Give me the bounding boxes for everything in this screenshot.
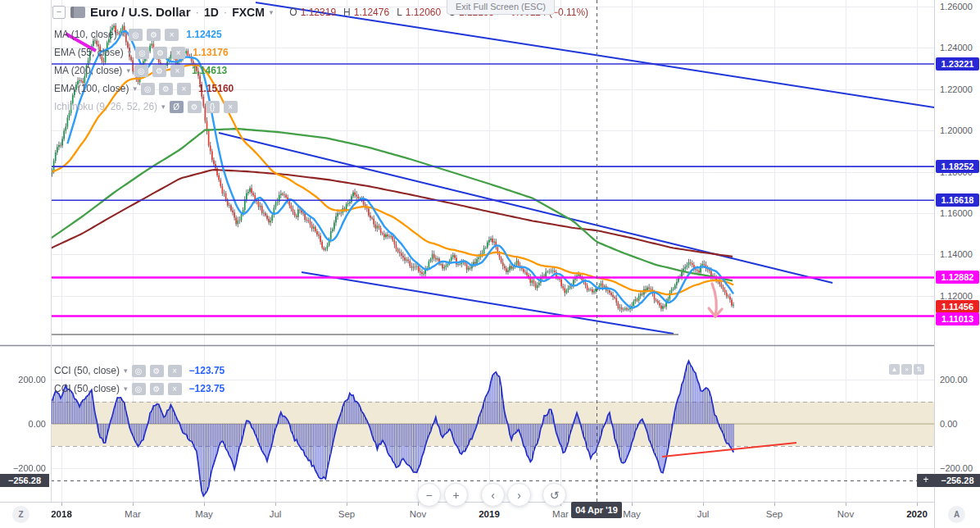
low-value: 1.12060	[406, 7, 441, 18]
close-icon[interactable]: ×	[171, 47, 185, 59]
time-axis-label: 2019	[479, 509, 500, 519]
open-value: 1.12319	[301, 7, 336, 18]
indicator-label[interactable]: Ichimoku (9, 26, 52, 26)	[54, 101, 157, 112]
indicator-label[interactable]: EMA (55, close)	[54, 47, 124, 58]
time-axis-label: 2018	[51, 509, 72, 519]
chevron-down-icon[interactable]: ▾	[124, 385, 128, 393]
symbol-separator: ·	[196, 6, 199, 18]
close-icon[interactable]: ×	[168, 365, 182, 377]
low-label: L	[397, 7, 402, 18]
interval-label[interactable]: 1D	[204, 6, 219, 19]
indicator-value: 1.14613	[192, 65, 227, 76]
chevron-down-icon[interactable]: ▾	[124, 366, 128, 375]
close-icon[interactable]: ×	[224, 101, 238, 113]
high-label: H	[343, 7, 351, 18]
gear-icon[interactable]: ⚙	[147, 29, 161, 41]
time-tick-mark	[846, 503, 846, 506]
chevron-down-icon[interactable]: ▾	[128, 48, 132, 57]
scroll-right-button[interactable]: ›	[507, 483, 531, 507]
cci-tick-right: 0.00	[940, 419, 957, 429]
chevron-down-icon[interactable]: ▾	[126, 66, 130, 75]
indicator-row-ma200: MA (200, close) ▾ ◎ ⚙ × 1.14613	[54, 63, 227, 78]
time-tick-mark	[418, 503, 419, 506]
time-axis-label: Sep	[338, 509, 355, 519]
pane-move-up-button[interactable]: ▲	[889, 364, 900, 375]
price-tick: 1.26000	[940, 2, 973, 11]
gear-icon[interactable]: ⚙	[150, 383, 164, 395]
price-badge: 1.12882	[936, 271, 979, 284]
price-badge: 1.11456	[936, 300, 979, 313]
cci-tick-right: 200.00	[940, 375, 968, 385]
indicator-value: 1.15160	[198, 83, 234, 94]
chevron-down-icon[interactable]: ▾	[270, 8, 274, 16]
eye-off-icon[interactable]: Ø	[170, 101, 184, 113]
indicator-label[interactable]: MA (200, close)	[54, 65, 122, 76]
eye-icon[interactable]: ◎	[132, 383, 146, 395]
indicator-label[interactable]: MA (10, close)	[54, 29, 117, 40]
indicator-label[interactable]: CCI (50, close)	[54, 365, 120, 376]
zoom-out-button[interactable]: −	[417, 483, 441, 507]
time-tick-mark	[703, 503, 704, 506]
indicator-label[interactable]: CCI (50, close)	[54, 383, 120, 394]
eye-icon[interactable]: ◎	[135, 47, 149, 59]
cci-tick-right: −200.00	[940, 463, 973, 473]
add-alert-plus-icon[interactable]: +	[917, 474, 935, 487]
cci-tick-left: −200.00	[0, 463, 46, 473]
eye-icon[interactable]: ◎	[129, 29, 143, 41]
eye-icon[interactable]: ◎	[132, 365, 146, 377]
close-icon[interactable]: ×	[177, 83, 191, 95]
chevron-down-icon[interactable]: ▾	[133, 84, 137, 93]
eye-icon[interactable]: ◎	[134, 65, 148, 77]
chevron-down-icon[interactable]: ▾	[161, 102, 166, 111]
price-badge: 1.16618	[936, 193, 979, 207]
indicator-label[interactable]: EMA (100, close)	[54, 83, 129, 94]
pane-controls: ▲ × ⇅	[889, 364, 924, 375]
indicator-row-ema100: EMA (100, close) ▾ ◎ ⚙ × 1.15160	[54, 81, 234, 96]
chevron-down-icon[interactable]: ▾	[121, 30, 125, 39]
gear-icon[interactable]: ⚙	[152, 65, 166, 77]
exchange-label[interactable]: FXCM	[232, 6, 265, 19]
indicator-row-ma10: MA (10, close) ▾ ◎ ⚙ × 1.12425	[54, 27, 222, 42]
price-badge: 1.23221	[936, 57, 979, 71]
legend-collapse-button[interactable]: −	[52, 6, 66, 19]
scroll-left-button[interactable]: ‹	[481, 483, 505, 507]
symbol-title[interactable]: Euro / U.S. Dollar	[90, 5, 191, 19]
cci-crosshair-value-left: −256.28	[0, 474, 49, 487]
pane-maximize-button[interactable]: ⇅	[914, 364, 924, 375]
indicator-value: 1.12425	[186, 29, 221, 40]
time-tick-mark	[774, 503, 775, 506]
crosshair-date-badge: 04 Apr '19	[571, 502, 622, 518]
exit-fullscreen-tooltip: Exit Full Screen (ESC)	[447, 0, 555, 15]
price-badge: 1.11013	[936, 312, 979, 325]
time-axis-label: Mar	[552, 509, 569, 519]
timezone-button[interactable]: Z	[12, 506, 29, 523]
close-icon[interactable]: ×	[165, 29, 179, 41]
pane-close-button[interactable]: ×	[901, 364, 912, 375]
gear-icon[interactable]: ⚙	[150, 365, 164, 377]
braces-icon[interactable]: {}	[206, 101, 220, 113]
cci-row-2: CCI (50, close) ▾ ◎ ⚙ × −123.75	[54, 381, 225, 396]
zoom-in-button[interactable]: +	[444, 483, 468, 507]
cci-row-1: CCI (50, close) ▾ ◎ ⚙ × −123.75	[54, 363, 225, 378]
price-axis[interactable]: 1.260001.240001.220001.200001.180001.160…	[934, 0, 980, 528]
cci-tick-left: 0.00	[0, 419, 46, 429]
time-tick-mark	[133, 503, 134, 506]
time-tick-mark	[347, 503, 347, 506]
gear-icon[interactable]: ⚙	[159, 83, 173, 95]
reset-chart-button[interactable]: ↺	[542, 483, 566, 507]
indicator-row-ichimoku: Ichimoku (9, 26, 52, 26) ▾ Ø ⚙ {} ×	[54, 99, 238, 114]
time-axis-label: Nov	[410, 509, 426, 519]
gear-icon[interactable]: ⚙	[153, 47, 167, 59]
price-tick: 1.20000	[940, 125, 973, 135]
eye-icon[interactable]: ◎	[141, 83, 155, 95]
time-tick-mark	[61, 503, 62, 506]
price-tick: 1.16000	[940, 208, 973, 218]
price-tick: 1.22000	[940, 84, 973, 94]
close-icon[interactable]: ×	[170, 65, 184, 77]
close-icon[interactable]: ×	[168, 383, 182, 395]
gear-icon[interactable]: ⚙	[188, 101, 202, 113]
price-tick: 1.24000	[940, 43, 973, 52]
indicator-value: −123.75	[189, 365, 225, 376]
auto-scale-button[interactable]: A	[948, 506, 965, 523]
indicator-row-ema55: EMA (55, close) ▾ ◎ ⚙ × 1.13176	[54, 45, 229, 60]
